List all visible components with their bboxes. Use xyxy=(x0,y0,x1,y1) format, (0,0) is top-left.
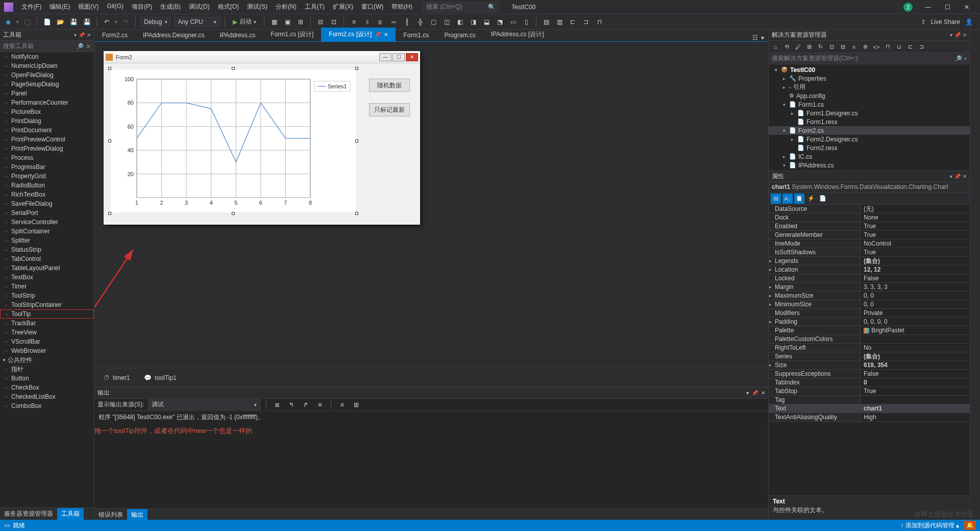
clear-icon[interactable]: ✕ xyxy=(86,43,91,50)
tree-item[interactable]: ▸▫引用 xyxy=(769,83,970,91)
back-icon[interactable]: ◉ xyxy=(3,17,13,27)
close-icon[interactable]: ✕ xyxy=(761,390,765,396)
toolbox-group[interactable]: ▾公共控件 xyxy=(0,355,94,365)
solution-toolbar-icon[interactable]: ⊔ xyxy=(894,42,903,52)
toolbox-item[interactable]: ▫Button xyxy=(0,374,94,383)
property-row[interactable]: ▸Margin3, 3, 3, 3 xyxy=(769,283,970,292)
pin-icon[interactable]: 📌 xyxy=(954,32,961,38)
toolbox-item[interactable]: ▫Splitter xyxy=(0,236,94,245)
tree-item[interactable]: 📄Form1.resx xyxy=(769,117,970,126)
toolbox-item[interactable]: ▫PropertyGrid xyxy=(0,172,94,181)
resize-handle[interactable] xyxy=(108,139,111,142)
solution-toolbar-icon[interactable]: <> xyxy=(872,42,881,52)
toggle-icon[interactable]: ⊞ xyxy=(351,400,361,410)
dropdown-icon[interactable]: ▾ xyxy=(950,174,952,179)
designer-surface[interactable]: Form2 — ☐ ✕ 1234567820406080100Series1 xyxy=(94,42,768,368)
toolbox-item[interactable]: ▫PerformanceCounter xyxy=(0,98,94,107)
dropdown-icon[interactable]: ▾ xyxy=(746,390,749,396)
toolbox-item[interactable]: ▫ToolStrip xyxy=(0,291,94,300)
property-pages-icon[interactable]: 📄 xyxy=(818,194,828,204)
account-icon[interactable]: 👤 xyxy=(965,18,973,26)
property-row[interactable]: SuppressExceptionsFalse xyxy=(769,370,970,378)
document-tab[interactable]: Form2.cs [设计]📌✕ xyxy=(321,28,396,41)
menu-item[interactable]: 分析(N) xyxy=(272,1,301,13)
property-row[interactable]: ModifiersPrivate xyxy=(769,309,970,318)
document-tab[interactable]: IPAddress.cs xyxy=(212,29,263,41)
properties-icon[interactable]: 📋 xyxy=(794,194,804,204)
config-dropdown[interactable]: Debug▾ xyxy=(140,17,171,27)
toolbox-item[interactable]: ▫Process xyxy=(0,153,94,162)
solution-toolbar-icon[interactable]: ⊓ xyxy=(883,42,892,52)
collapsed-panel-bar[interactable] xyxy=(970,30,980,520)
quick-search-input[interactable]: 搜索 (Ctrl+Q) 🔍 xyxy=(423,2,499,12)
close-button[interactable]: ✕ xyxy=(958,1,976,13)
toolbox-item[interactable]: ▫PrintDocument xyxy=(0,126,94,135)
solution-toolbar-icon[interactable]: ≡ xyxy=(849,42,859,52)
document-tab[interactable]: IPAddress.cs [设计] xyxy=(483,28,552,41)
toolbox-item[interactable]: ▫PrintPreviewDialog xyxy=(0,144,94,153)
save-icon[interactable]: 💾 xyxy=(68,17,79,27)
toolbox-item[interactable]: ▫PictureBox xyxy=(0,107,94,116)
menu-item[interactable]: Git(G) xyxy=(103,1,128,13)
solution-toolbar-icon[interactable]: 🖊 xyxy=(793,42,802,52)
tree-item[interactable]: ▸📄IC.cs xyxy=(769,152,970,161)
menu-item[interactable]: 测试(S) xyxy=(243,1,272,13)
toolbar-icon[interactable]: ⬔ xyxy=(495,17,505,27)
tray-tooltip[interactable]: 💬toolTip1 xyxy=(144,374,176,381)
menu-item[interactable]: 窗口(W) xyxy=(357,1,387,13)
tree-item[interactable]: ▾📄IPAddress.cs xyxy=(769,161,970,170)
property-row[interactable]: PaletteCustomColors xyxy=(769,335,970,344)
toolbox-item[interactable]: ▫PrintDialog xyxy=(0,116,94,126)
form-preview[interactable]: Form2 — ☐ ✕ 1234567820406080100Series1 xyxy=(104,51,420,225)
menu-item[interactable]: 格式(O) xyxy=(214,1,243,13)
toolbox-item[interactable]: ▫OpenFileDialog xyxy=(0,70,94,80)
property-row[interactable]: ▸Location12, 12 xyxy=(769,266,970,274)
tab-toolbox[interactable]: 工具箱 xyxy=(57,508,84,520)
redo-icon[interactable]: ↷ xyxy=(120,17,131,27)
menu-item[interactable]: 调试(D) xyxy=(185,1,214,13)
tab-output[interactable]: 输出 xyxy=(127,509,148,520)
toolbar-icon[interactable]: ╬ xyxy=(415,17,425,27)
property-row[interactable]: Textchart1 xyxy=(769,404,970,413)
toolbar-icon[interactable]: ≡ xyxy=(349,17,359,27)
toolbox-item[interactable]: ▫WebBrowser xyxy=(0,346,94,355)
property-row[interactable]: GenerateMemberTrue xyxy=(769,231,970,239)
property-row[interactable]: PaletteBrightPastel xyxy=(769,326,970,335)
output-source-dropdown[interactable]: 调试▾ xyxy=(148,399,260,410)
toolbox-item[interactable]: ▫TextBox xyxy=(0,273,94,282)
document-tab[interactable]: Form2.cs xyxy=(94,29,135,41)
tab-error-list[interactable]: 错误列表 xyxy=(94,509,127,520)
toolbox-item[interactable]: ▫Panel xyxy=(0,89,94,98)
close-icon[interactable]: ✕ xyxy=(87,32,91,38)
property-row[interactable]: ▸MaximumSize0, 0 xyxy=(769,292,970,300)
toolbox-item[interactable]: ▫SplitContainer xyxy=(0,227,94,236)
toolbox-item[interactable]: ▫Timer xyxy=(0,282,94,291)
pin-icon[interactable]: 📌 xyxy=(954,174,961,179)
alphabetical-icon[interactable]: A↓ xyxy=(782,194,793,204)
property-row[interactable]: ▸Padding0, 0, 0, 0 xyxy=(769,318,970,326)
platform-dropdown[interactable]: Any CPU▾ xyxy=(174,17,220,27)
tree-item[interactable]: ▸🔧Properties xyxy=(769,74,970,83)
maximize-button[interactable]: ☐ xyxy=(938,1,957,13)
toolbar-icon[interactable]: ⊟ xyxy=(315,17,326,27)
dropdown-icon[interactable]: ▾ xyxy=(74,32,77,38)
next-icon[interactable]: ↱ xyxy=(301,400,311,410)
document-tab[interactable]: Program.cs xyxy=(436,29,483,41)
solution-toolbar-icon[interactable]: ⊡ xyxy=(827,42,836,52)
toolbar-icon[interactable]: ⊓ xyxy=(594,17,604,27)
toolbar-icon[interactable]: ◨ xyxy=(468,17,478,27)
toolbar-icon[interactable]: ▭ xyxy=(508,17,518,27)
toolbar-icon[interactable]: ◧ xyxy=(455,17,465,27)
notifications-icon[interactable]: 🔔 xyxy=(964,521,976,530)
toolbar-icon[interactable]: ⊐ xyxy=(581,17,591,27)
toolbox-item[interactable]: ▫NotifyIcon xyxy=(0,52,94,61)
save-all-icon[interactable]: 💾 xyxy=(82,17,92,27)
property-row[interactable]: ▸Size619, 354 xyxy=(769,361,970,370)
property-row[interactable]: TextAntiAliasingQualityHigh xyxy=(769,413,970,422)
document-tab[interactable]: IPAddress.Designer.cs xyxy=(135,29,212,41)
toolbox-item[interactable]: ▫TrackBar xyxy=(0,319,94,328)
resize-handle[interactable] xyxy=(232,67,235,70)
menu-item[interactable]: 工具(T) xyxy=(301,1,329,13)
resize-handle[interactable] xyxy=(355,139,358,142)
resize-handle[interactable] xyxy=(355,212,358,215)
